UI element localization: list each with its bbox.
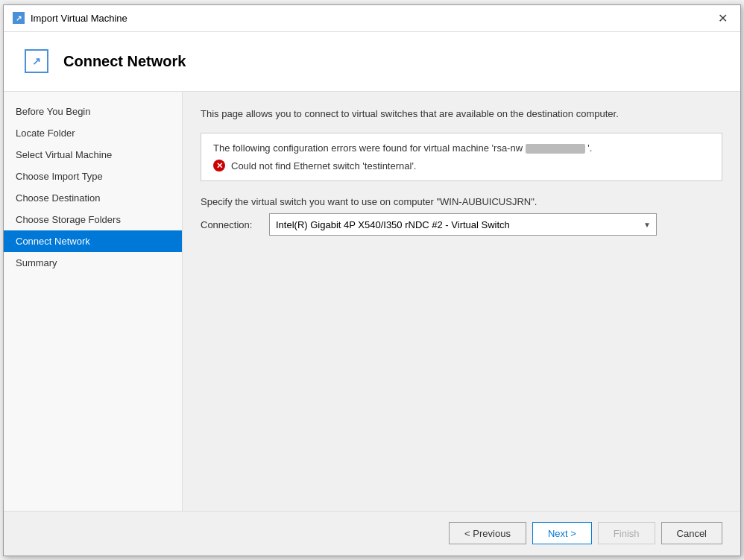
connection-select[interactable]: Intel(R) Gigabit 4P X540/I350 rNDC #2 - …	[269, 213, 657, 236]
sidebar-item-choose-storage-folders[interactable]: Choose Storage Folders	[4, 209, 182, 230]
error-title-prefix: The following configuration errors were …	[213, 142, 523, 154]
connection-row: Connection: Intel(R) Gigabit 4P X540/I35…	[201, 213, 722, 236]
connection-select-wrapper[interactable]: Intel(R) Gigabit 4P X540/I350 rNDC #2 - …	[269, 213, 657, 236]
error-title: The following configuration errors were …	[213, 142, 710, 154]
close-button[interactable]: ✕	[713, 9, 731, 27]
sidebar-item-select-virtual-machine[interactable]: Select Virtual Machine	[4, 144, 182, 166]
sidebar-item-locate-folder[interactable]: Locate Folder	[4, 122, 182, 144]
sidebar-item-before-you-begin[interactable]: Before You Begin	[4, 101, 182, 122]
sidebar-item-choose-destination[interactable]: Choose Destination	[4, 187, 182, 209]
title-bar-left: ↗ Import Virtual Machine	[13, 12, 127, 24]
title-bar: ↗ Import Virtual Machine ✕	[4, 5, 740, 32]
error-icon: ✕	[213, 160, 225, 172]
cancel-button[interactable]: Cancel	[661, 522, 722, 544]
sidebar-item-summary[interactable]: Summary	[4, 252, 182, 274]
sidebar-item-connect-network[interactable]: Connect Network	[4, 230, 182, 252]
switch-section: Specify the virtual switch you want to u…	[201, 196, 722, 236]
error-box: The following configuration errors were …	[201, 133, 722, 181]
connection-label: Connection:	[201, 219, 260, 230]
window-icon: ↗	[13, 12, 25, 24]
sidebar-item-choose-import-type[interactable]: Choose Import Type	[4, 166, 182, 187]
vm-name-blurred	[526, 144, 585, 154]
switch-label: Specify the virtual switch you want to u…	[201, 196, 722, 207]
header-title: Connect Network	[63, 53, 186, 70]
content-area: This page allows you to connect to virtu…	[183, 92, 740, 511]
content-description: This page allows you to connect to virtu…	[201, 107, 722, 122]
finish-button[interactable]: Finish	[598, 522, 655, 544]
footer: < Previous Next > Finish Cancel	[4, 511, 740, 556]
error-row: ✕ Could not find Ethernet switch 'testin…	[213, 160, 710, 172]
import-virtual-machine-window: ↗ Import Virtual Machine ✕ Connect Netwo…	[3, 4, 741, 556]
network-icon	[25, 49, 48, 73]
main-content: Before You Begin Locate Folder Select Vi…	[4, 92, 740, 511]
error-title-suffix: '.	[587, 142, 592, 154]
previous-button[interactable]: < Previous	[449, 522, 526, 544]
sidebar: Before You Begin Locate Folder Select Vi…	[4, 92, 183, 511]
window-title: Import Virtual Machine	[31, 13, 127, 24]
header-section: Connect Network	[4, 32, 740, 92]
error-message: Could not find Ethernet switch 'testinte…	[231, 160, 417, 172]
next-button[interactable]: Next >	[532, 522, 592, 544]
header-icon-container	[22, 46, 51, 76]
